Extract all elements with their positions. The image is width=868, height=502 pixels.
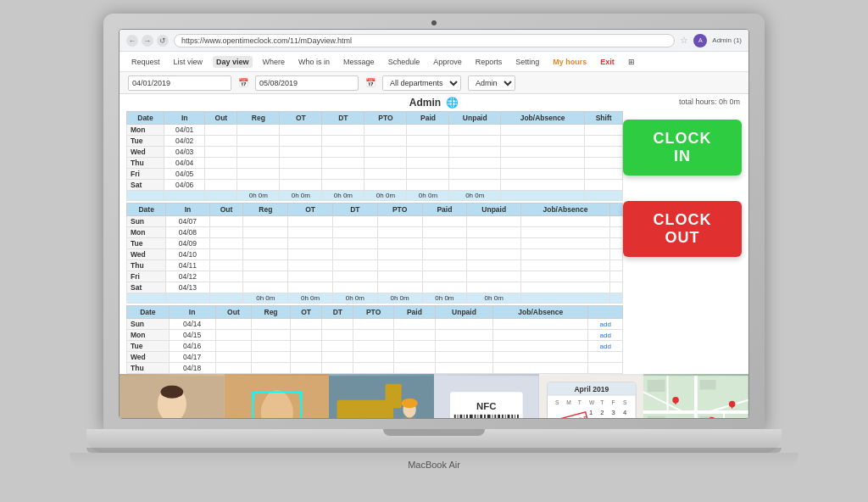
browser-bar: ← → ↺ https://www.opentimeclock.com/11/m… [120,30,748,52]
laptop-screen: ← → ↺ https://www.opentimeclock.com/11/m… [103,14,765,429]
nav-message[interactable]: Message [340,56,378,68]
svg-point-25 [402,399,418,408]
image-construction [329,374,434,418]
svg-rect-98 [648,416,665,418]
nav-approve[interactable]: Approve [430,56,465,68]
col-reg: Reg [237,112,280,125]
department-select[interactable]: All departments [382,75,461,91]
table-row: Sun04/14add [127,319,623,330]
clock-in-button[interactable]: CLOCK IN [623,120,742,176]
nav-schedule[interactable]: Schedule [385,56,424,68]
svg-rect-48 [517,415,519,418]
nav-day-view[interactable]: Day view [213,56,253,68]
table-row: Sun04/07 [127,216,623,227]
col-date: Date [127,112,164,125]
nav-reports[interactable]: Reports [472,56,506,68]
svg-text:9: 9 [600,416,604,418]
col-job: Job/Absence [501,112,585,125]
svg-text:F: F [611,399,615,405]
table-row: Tue04/16add [127,341,623,352]
add-link-1[interactable]: add [600,321,611,328]
add-link-3[interactable]: add [600,343,611,350]
globe-icon: 🌐 [446,97,459,109]
date-to-input[interactable] [255,75,359,91]
svg-point-7 [264,390,289,418]
nav-request[interactable]: Request [128,56,164,68]
refresh-button[interactable]: ↺ [157,35,169,47]
nav-where[interactable]: Where [259,56,289,68]
svg-text:10: 10 [609,416,616,418]
image-woman [120,374,225,418]
col-shift: Shift [585,112,623,125]
svg-rect-35 [475,415,476,418]
svg-rect-46 [511,415,513,418]
svg-rect-42 [498,415,500,418]
screen-inner: ← → ↺ https://www.opentimeclock.com/11/m… [119,29,749,419]
table-row: Tue04/02 [127,136,623,147]
nav-bar: Request List view Day view Where Who is … [120,52,748,72]
week2-table: Date In Out Reg OT DT PTO Paid Unpaid [126,203,623,304]
image-map [643,374,748,418]
date-from-input[interactable] [128,75,231,91]
svg-rect-39 [487,415,491,418]
laptop-base [86,429,782,453]
svg-rect-36 [477,415,478,418]
table-row: Sat04/13 [127,282,623,293]
svg-rect-19 [337,400,394,418]
nav-setting[interactable]: Setting [512,56,542,68]
col-paid: Paid [407,112,449,125]
week1-subtotal: 0h 0m 0h 0m 0h 0m 0h 0m 0h 0m 0h 0m [127,191,623,201]
svg-text:S: S [623,399,627,405]
col-date-2: Date [127,204,166,216]
svg-text:W: W [589,399,595,405]
calendar-icon-2[interactable]: 📅 [365,78,376,87]
clock-buttons-column: CLOCK IN CLOCK OUT [623,111,742,374]
table-row: Tue04/09 [127,238,623,249]
table-row: Sat04/06 [127,180,623,191]
svg-text:11: 11 [621,416,628,418]
svg-rect-44 [505,415,506,418]
svg-rect-96 [648,380,665,392]
svg-rect-40 [492,415,493,418]
week2-subtotal: 0h 0m 0h 0m 0h 0m 0h 0m 0h 0m 0h 0m [127,293,623,304]
toolbar: 📅 📅 All departments Admin [120,72,748,94]
nav-list-view[interactable]: List view [170,56,207,68]
svg-rect-10 [253,392,254,400]
calendar-icon-1[interactable]: 📅 [238,78,248,87]
svg-text:1: 1 [589,409,593,416]
nav-who-is-in[interactable]: Who is in [295,56,333,68]
nav-my-hours[interactable]: My hours [549,56,590,68]
week2-header: Date In Out Reg OT DT PTO Paid Unpaid [127,204,623,216]
laptop-wrapper: ← → ↺ https://www.opentimeclock.com/11/m… [70,14,798,488]
laptop-base-shadow [86,448,782,453]
week3-table: Date In Out Reg OT DT PTO Paid Unpaid [126,305,623,374]
svg-rect-43 [502,415,504,418]
svg-text:T: T [600,399,604,405]
admin-label: Admin (1) [712,36,742,44]
forward-button[interactable]: → [142,35,153,47]
image-face [225,374,330,418]
star-icon[interactable]: ☆ [680,35,688,46]
table-row: Wed04/10 [127,249,623,260]
nav-exit[interactable]: Exit [597,56,618,68]
svg-rect-31 [459,415,462,418]
image-strip: NFC [120,374,748,418]
user-select[interactable]: Admin [468,75,515,91]
table-row: Fri04/12 [127,271,623,282]
url-bar[interactable]: https://www.opentimeclock.com/11/mDayvie… [174,34,675,47]
nav-grid[interactable]: ⊞ [625,56,638,68]
svg-text:April 2019: April 2019 [574,385,609,393]
svg-rect-12 [299,392,301,400]
svg-rect-45 [508,415,510,418]
admin-title-row: Admin 🌐 total hours: 0h 0m [120,94,748,111]
week3-header: Date In Out Reg OT DT PTO Paid Unpaid [127,306,623,319]
table-row: Wed04/17 [127,352,623,363]
back-button[interactable]: ← [126,35,138,47]
svg-rect-32 [464,415,465,418]
total-hours: total hours: 0h 0m [679,98,740,106]
clock-out-button[interactable]: CLOCK OUT [623,201,742,257]
laptop-notch [383,429,485,436]
col-unpaid: Unpaid [449,112,501,125]
camera [431,20,437,25]
add-link-2[interactable]: add [600,332,611,339]
